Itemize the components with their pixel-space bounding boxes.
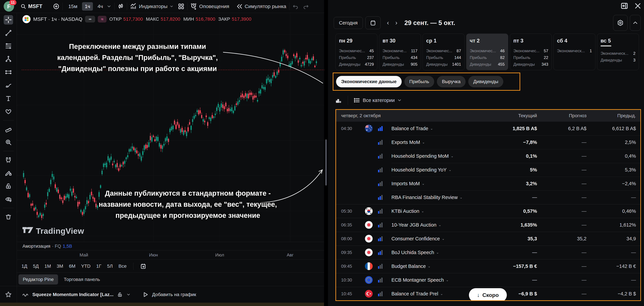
fib-retracement-tool[interactable] [4,41,13,51]
tab-экономические-данные[interactable]: Экономические данные [336,76,402,87]
user-avatar[interactable]: F 11 [4,1,14,12]
day-card-пн-29[interactable]: пн 29Экономичес...45Прибыль237Дивиденды4… [336,34,377,70]
range-button-Все[interactable]: Все [118,263,126,269]
pattern-tool[interactable] [4,68,13,77]
chart-style-button[interactable] [118,3,124,10]
tab-дивиденды[interactable]: Дивиденды [468,76,503,87]
hide-drawings-tool[interactable] [4,195,13,204]
event-name[interactable]: Consumer Confidence⌄ [392,236,488,241]
day-card-чт-2[interactable]: чт 2Экономичес...46Прибыль82Дивиденды455 [466,34,508,70]
chevron-down-icon[interactable] [107,4,111,9]
timeframe-15м[interactable]: 15м [66,2,80,11]
calendar-picker-button[interactable] [366,17,380,29]
event-row-ktbi-auction[interactable]: 05:30KTBi Auction⌄0,57%—0,46% [336,204,640,218]
event-row-exports-mom[interactable]: Exports MoM⌄−7,8%—2,5% [336,135,640,149]
range-button-3М[interactable]: 3М [57,263,63,269]
event-name[interactable]: Imports MoM⌄ [392,181,488,186]
compare-add-button[interactable] [53,3,59,10]
soon-button[interactable]: ↓ Скоро [469,288,507,301]
tab-trading-panel[interactable]: Торговая панель [64,277,100,282]
go-to-date-icon[interactable] [140,263,146,269]
tab-pine-editor[interactable]: Редактор Pine [18,274,58,284]
categories-list-icon[interactable] [354,97,360,103]
event-name[interactable]: Household Spending MoM⌄ [392,153,488,159]
calendar-settings-button[interactable] [613,15,628,31]
add-to-chart-label[interactable]: Добавить на график [152,292,196,297]
event-row-boj-uchida-speech[interactable]: 09:35BoJ Uchida Speech⌄——— [336,246,640,259]
event-name[interactable]: ECB Montagner Speech⌄ [392,277,488,283]
event-row-budget-balance[interactable]: 09:45Budget Balance⌄−157,5 B €—−142 B € [336,259,640,273]
symbol-title[interactable]: MSFT · 1ч · NASDAQ [33,16,82,22]
range-button-5Л[interactable]: 5Л [107,263,113,269]
day-card-вс-5[interactable]: вс 5Экономическ...2Дивиденды3 [597,34,639,70]
chevron-down-icon[interactable] [126,292,131,297]
brush-tool[interactable] [4,81,13,90]
event-row-consumer-confidence[interactable]: 08:00Consumer Confidence⌄35,335,234,9 [336,232,640,246]
event-row-rba-financial-stability-review[interactable]: RBA Financial Stability Review⌄——— [336,191,640,204]
range-button-6М[interactable]: 6М [69,263,76,269]
pane-label[interactable]: Амортизация [22,244,50,249]
range-button-1Д[interactable]: 1Д [22,263,27,269]
day-card-вт-30[interactable]: вт 30Экономиче...117Прибыль434Дивиденды9… [379,34,421,70]
event-row-imports-mom[interactable]: Imports MoM⌄3,2%—−2,4% [336,177,640,191]
tab-прибыль[interactable]: Прибыль [404,76,434,87]
indicators-button[interactable]: Индикаторы [130,3,174,10]
categories-label[interactable]: Все категории [363,98,395,103]
timeframe-4ч[interactable]: 4ч [95,2,106,11]
event-row-household-spending-mom[interactable]: Household Spending MoM⌄0,1%—0,4% [336,149,640,163]
drawing-mode-lock-tool[interactable] [4,168,13,178]
range-button-YTD[interactable]: YTD [81,263,90,269]
day-card-сб-4[interactable]: сб 4Экономическ...1 [554,34,595,70]
redo-button[interactable] [303,3,309,10]
range-button-1Г[interactable]: 1Г [96,263,102,269]
measure-tool[interactable] [4,124,13,134]
market-replay-button[interactable]: Симулятор рынка [236,3,286,10]
timeframe-1ч[interactable]: 1ч [82,2,93,11]
trend-line-tool[interactable] [4,28,13,38]
event-name[interactable]: Balance of Trade⌄ [392,126,488,131]
layout-grid-button[interactable] [178,3,184,10]
unlock-icon[interactable] [117,292,122,297]
next-week-button[interactable]: › [395,19,397,26]
chevron-down-icon[interactable] [397,98,402,103]
event-name[interactable]: Exports MoM⌄ [392,139,488,145]
event-row-balance-of-trade[interactable]: 04:30Balance of Trade⌄1,825 B A$6,2 B A$… [336,122,640,135]
event-name[interactable]: Household Spending YoY⌄ [392,167,488,173]
collapse-panel-button[interactable] [630,15,641,31]
pitchfork-tool[interactable] [4,54,13,64]
zoom-in-tool[interactable] [4,137,13,147]
lock-all-tool[interactable] [4,181,13,191]
time-axis[interactable]: МайИюнИюлАвг [17,250,324,260]
approx-indicator-button[interactable]: ≈ [98,16,106,23]
event-name[interactable]: Budget Balance⌄ [392,263,488,269]
remove-drawings-tool[interactable] [4,212,13,222]
source-toggle-button[interactable] [85,16,95,23]
event-name[interactable]: 10-Year JGB Auction⌄ [392,222,488,228]
crosshair-tool[interactable] [4,15,13,25]
day-card-пт-3[interactable]: пт 3Экономичес...57Прибыль22Дивиденды343 [510,34,552,70]
favorites-star-button[interactable] [0,286,17,303]
tab-выручка[interactable]: Выручка [437,76,466,87]
alerts-button[interactable]: Оповещения [190,3,229,10]
vertical-scrollbar[interactable] [325,139,327,186]
range-button-5Д[interactable]: 5Д [33,263,39,269]
event-name[interactable]: RBA Financial Stability Review⌄ [392,195,488,200]
event-row-household-spending-yoy[interactable]: Household Spending YoY⌄5%—5,3% [336,163,640,177]
script-name[interactable]: Squeeze Momentum Indicator [Laz... [32,292,114,297]
event-name[interactable]: BoJ Uchida Speech⌄ [392,250,488,255]
magnet-tool[interactable] [4,155,13,165]
range-button-1М[interactable]: 1М [44,263,51,269]
event-name[interactable]: KTBi Auction⌄ [392,208,488,214]
prev-week-button[interactable]: ‹ [387,19,389,26]
text-tool[interactable] [4,94,13,103]
symbol-search-button[interactable]: MSFT [20,3,42,10]
today-button[interactable]: Сегодня [334,17,363,29]
open-in-panel-icon[interactable] [620,2,628,10]
close-icon[interactable] [634,2,642,10]
undo-button[interactable] [292,3,298,10]
importance-filter-icon[interactable] [336,97,342,104]
event-row-10-year-jgb-auction[interactable]: 06:3510-Year JGB Auction⌄1,635%—1,612% [336,218,640,232]
chart-canvas-area[interactable]: MSFT · 1ч · NASDAQ ≈ ОТКР517,7300 МАКС51… [17,13,324,242]
add-to-chart-play-icon[interactable] [142,291,148,297]
emoji-heart-tool[interactable] [4,107,13,116]
